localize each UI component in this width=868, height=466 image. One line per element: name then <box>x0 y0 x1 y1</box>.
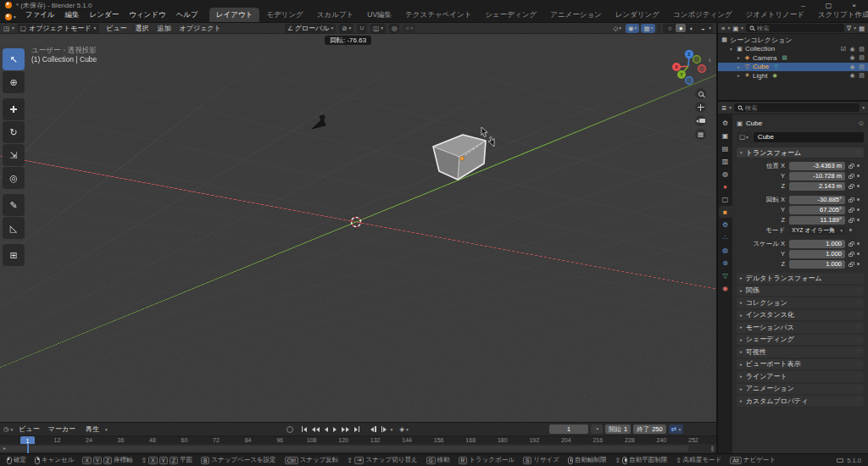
navigation-gizmo[interactable]: X Y Z <box>668 41 709 88</box>
step-back-button[interactable] <box>369 424 378 434</box>
number-field[interactable]: 1.000 <box>789 250 845 258</box>
preview-range-button[interactable]: ◔ <box>591 424 603 434</box>
display-mode-icon[interactable]: ▣ <box>732 25 738 32</box>
timeline-menu[interactable]: ビュー <box>14 424 43 434</box>
outliner-row-camera[interactable]: ▸◈Camera▤◉▨ <box>718 53 868 63</box>
properties-editor-icon[interactable]: ≣ <box>721 104 726 112</box>
lock-icon[interactable] <box>849 264 853 267</box>
number-field[interactable]: 1.000 <box>789 260 845 269</box>
timeline-scrollbar[interactable] <box>711 446 714 452</box>
properties-tab-material[interactable]: ◉ <box>719 282 732 294</box>
animate-dot[interactable] <box>857 185 860 187</box>
eye-icon[interactable]: ◉ <box>849 64 856 70</box>
viewport-menu[interactable]: 選択 <box>131 24 153 33</box>
filter-icon[interactable]: ▦ <box>859 25 865 32</box>
panel-section[interactable]: ▸関係∷ <box>737 286 864 297</box>
outliner-search-input[interactable] <box>757 25 841 32</box>
eye-icon[interactable]: ◉ <box>849 46 856 53</box>
viewport-menu[interactable]: ビュー <box>102 24 131 33</box>
number-field[interactable]: -3.4363 m <box>789 162 845 170</box>
properties-tab-modifiers[interactable]: ⚙ <box>719 219 732 230</box>
workspace-tab[interactable]: レンダリング <box>609 8 666 22</box>
proportional-edit-toggle[interactable]: ◎ <box>389 24 400 33</box>
lock-icon[interactable] <box>849 219 853 223</box>
step-forward-button[interactable] <box>379 424 388 434</box>
number-field[interactable]: 11.189° <box>789 216 845 225</box>
mode-dropdown[interactable]: ▢ オブジェクトモード ▾ <box>17 24 99 33</box>
workspace-tab[interactable]: モデリング <box>259 8 310 22</box>
number-field[interactable]: 1.000 <box>789 240 845 248</box>
funnel-icon[interactable]: ∇ <box>847 25 851 32</box>
properties-tab-object-data[interactable]: ▽ <box>719 269 732 281</box>
panel-section[interactable]: ▸可視性∷ <box>737 347 864 358</box>
properties-search-input[interactable] <box>745 104 856 112</box>
cube-object[interactable] <box>433 135 486 180</box>
camera-visibility-icon[interactable]: ▨ <box>858 54 865 61</box>
next-keyframe-button[interactable] <box>339 424 351 434</box>
playback-sync-dropdown[interactable]: ⇄ ▾ <box>669 424 683 434</box>
rotate-tool[interactable]: ↻ <box>3 121 25 143</box>
select-box-tool[interactable]: ↖ <box>3 48 25 70</box>
properties-tab-particles[interactable]: ∴ <box>719 231 732 243</box>
viewport-3d[interactable]: ユーザー・透視投影 (1) Collection | Cube 回転: -76.… <box>0 34 716 422</box>
workspace-tab[interactable]: スクリプト作成 <box>811 8 868 22</box>
panel-section[interactable]: ▸カスタムプロパティ∷ <box>737 396 864 407</box>
camera-object[interactable] <box>312 114 326 129</box>
lock-icon[interactable] <box>849 199 853 202</box>
animate-dot[interactable] <box>857 198 860 201</box>
outliner-row-cube[interactable]: ▸▽Cube▽◉▨ <box>718 63 868 72</box>
end-frame-field[interactable]: 終了 250 <box>633 424 666 434</box>
play-reverse-button[interactable] <box>322 424 330 434</box>
shading-solid-button[interactable]: ● <box>676 24 686 32</box>
move-tool[interactable] <box>3 98 25 120</box>
workspace-tab[interactable]: シェーディング <box>478 8 543 22</box>
menu-item[interactable]: ヘルプ <box>171 8 203 22</box>
chevron-down-icon[interactable]: ▾ <box>862 105 865 110</box>
workspace-tab[interactable]: UV編集 <box>360 8 398 22</box>
camera-visibility-icon[interactable]: ▨ <box>858 64 865 70</box>
auto-keying-toggle[interactable] <box>287 426 293 433</box>
panel-section[interactable]: ▸アニメーション∷ <box>737 384 864 395</box>
snap-with-dropdown[interactable]: ◫ ▾ <box>370 24 386 33</box>
outliner-row-collection[interactable]: ▾▣Collection☑◉▨ <box>718 45 868 54</box>
animate-dot[interactable] <box>857 219 860 221</box>
properties-tab-constraints[interactable]: ⊛ <box>719 257 732 269</box>
properties-tab-object[interactable]: ■ <box>719 206 732 218</box>
workspace-tab[interactable]: コンポジティング <box>666 8 739 22</box>
start-frame-field[interactable]: 開始 1 <box>605 424 631 434</box>
lock-icon[interactable] <box>849 165 853 169</box>
falloff-dropdown[interactable]: ≈ ▾ <box>403 24 415 33</box>
properties-tab-view-layer[interactable]: ▥ <box>719 155 732 167</box>
ortho-toggle-button[interactable]: ▦ <box>695 129 706 140</box>
xray-toggle[interactable]: ▦ ▾ <box>641 24 655 33</box>
shading-wireframe-button[interactable]: ○ <box>665 24 675 32</box>
panel-section[interactable]: ▸ラインアート∷ <box>737 371 864 382</box>
properties-tab-output[interactable]: ▤ <box>719 142 732 154</box>
pivot-dropdown[interactable]: ⊘ ▾ <box>339 24 353 33</box>
add-cube-tool[interactable]: ⊞ <box>3 244 25 266</box>
scale-tool[interactable]: ⇲ <box>3 144 25 166</box>
menu-item[interactable]: レンダー <box>85 8 125 22</box>
timeline-tracks[interactable]: ▸ <box>0 444 716 453</box>
properties-tab-physics[interactable]: ◍ <box>719 244 732 256</box>
timeline-ruler[interactable]: 1 12243648607284961081201321441561681801… <box>0 435 716 444</box>
outliner-row-light[interactable]: ▸☀Light◉◉▨ <box>718 71 868 80</box>
playhead-line[interactable] <box>27 444 29 453</box>
properties-tab-tool[interactable]: ⚙ <box>719 117 732 129</box>
shading-material-button[interactable]: ◐ <box>687 24 697 32</box>
number-field[interactable]: -30.885° <box>789 196 845 204</box>
play-button[interactable] <box>331 424 338 434</box>
number-field[interactable]: -10.728 m <box>789 172 845 180</box>
shading-rendered-button[interactable]: ◒ <box>698 24 708 32</box>
animate-dot[interactable] <box>857 263 860 265</box>
viewport-menu[interactable]: 追加 <box>153 24 175 33</box>
properties-tab-render[interactable]: ▣ <box>719 130 732 141</box>
transform-tool[interactable]: ◎ <box>3 167 25 189</box>
animate-dot[interactable] <box>857 164 860 167</box>
camera-view-button[interactable] <box>695 115 706 126</box>
keying-icon[interactable]: ◈ <box>399 425 404 433</box>
menu-item[interactable]: 編集 <box>60 8 85 22</box>
lock-icon[interactable] <box>849 243 853 247</box>
jump-start-button[interactable] <box>299 424 309 434</box>
panel-section[interactable]: ▸ビューポート表示∷ <box>737 359 864 370</box>
